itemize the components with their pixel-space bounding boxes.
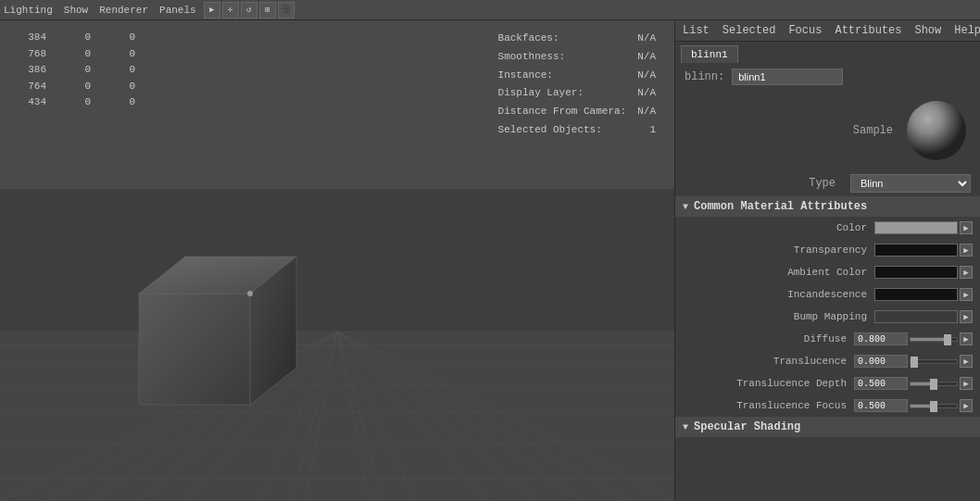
attr-label-translucence-focus: Translucence Focus — [683, 400, 854, 411]
obj-info-backfaces: Backfaces: N/A — [498, 30, 656, 48]
color-map-btn-color[interactable]: ▶ — [960, 221, 973, 234]
translucence-focus-value-input[interactable] — [854, 399, 908, 412]
color-map-btn-bump[interactable]: ▶ — [960, 310, 973, 323]
menu-renderer[interactable]: Renderer — [99, 5, 148, 16]
attr-control-incandescence: ▶ — [874, 288, 973, 301]
viewport[interactable]: 384 0 0 768 0 0 386 0 0 764 0 0 — [0, 20, 674, 501]
attr-row-incandescence: Incandescence ▶ — [675, 283, 980, 306]
section-title-common: Common Material Attributes — [694, 200, 867, 213]
translucence-depth-slider-thumb[interactable] — [930, 379, 937, 390]
attr-row-ambient: Ambient Color ▶ — [675, 261, 980, 283]
toolbar-icon-move[interactable]: ✛ — [222, 2, 239, 19]
toolbar-menus: Lighting Show Renderer Panels — [4, 5, 196, 16]
attr-control-ambient: ▶ — [874, 266, 973, 279]
sample-label: Sample — [853, 124, 893, 137]
toolbar-icon-rotate[interactable]: ↺ — [241, 2, 258, 19]
svg-point-28 — [247, 291, 253, 296]
attr-label-color: Color — [683, 222, 874, 233]
translucence-slider[interactable] — [910, 359, 958, 364]
attr-label-incandescence: Incandescence — [683, 289, 874, 300]
attr-control-translucence: ▶ — [854, 355, 973, 368]
attr-control-transparency: ▶ — [874, 244, 973, 257]
stats-r4-c2: 0 — [54, 79, 91, 95]
diffuse-slider[interactable] — [910, 337, 958, 342]
type-label: Type — [809, 177, 836, 190]
diffuse-slider-thumb[interactable] — [944, 334, 951, 345]
attr-row-bump: Bump Mapping ▶ — [675, 306, 980, 328]
stats-row-3: 386 0 0 — [9, 62, 135, 79]
obj-info-distcamera: Distance From Camera: N/A — [498, 103, 656, 121]
cube-svg — [111, 219, 306, 423]
diffuse-map-btn[interactable]: ▶ — [960, 332, 973, 345]
stats-row-4: 764 0 0 — [9, 79, 135, 95]
toolbar-icon-scale[interactable]: ⊞ — [259, 2, 276, 19]
attr-label-ambient: Ambient Color — [683, 267, 874, 278]
menu-lighting[interactable]: Lighting — [4, 5, 53, 16]
stats-r3-c2: 0 — [54, 62, 91, 79]
stats-r2-c2: 0 — [54, 46, 91, 63]
section-header-common[interactable]: ▼ Common Material Attributes — [675, 196, 980, 217]
translucence-depth-value-input[interactable] — [854, 377, 908, 390]
toolbar-icon-select[interactable]: ▶ — [204, 2, 220, 19]
rpanel-menu-attributes[interactable]: Attributes — [835, 24, 901, 37]
rpanel-menu-focus[interactable]: Focus — [788, 24, 822, 37]
toolbar-icon-camera[interactable]: 🎥 — [278, 2, 295, 19]
tab-blinn1[interactable]: blinn1 — [681, 45, 738, 63]
translucence-slider-thumb[interactable] — [911, 357, 918, 368]
stats-r1-c1: 384 — [9, 30, 46, 46]
attr-label-bump: Bump Mapping — [683, 311, 874, 322]
color-map-btn-ambient[interactable]: ▶ — [960, 266, 973, 279]
attr-control-bump: ▶ — [874, 310, 973, 323]
rpanel-menu-show[interactable]: Show — [914, 24, 941, 37]
attr-row-translucence-depth: Translucence Depth ▶ — [675, 372, 980, 395]
stats-r1-c3: 0 — [98, 30, 135, 46]
attr-control-translucence-focus: ▶ — [854, 399, 973, 412]
material-name-input[interactable] — [732, 69, 843, 85]
attr-label-diffuse: Diffuse — [683, 333, 854, 344]
rpanel-menu-selected[interactable]: Selected — [722, 24, 776, 37]
stats-r4-c3: 0 — [98, 79, 135, 95]
type-select[interactable]: Blinn — [850, 174, 971, 193]
section-arrow-specular: ▼ — [683, 422, 688, 432]
color-swatch-transparency[interactable] — [874, 244, 958, 257]
attr-label-transparency: Transparency — [683, 244, 874, 256]
translucence-focus-slider[interactable] — [910, 404, 958, 408]
attr-row-translucence-focus: Translucence Focus ▶ — [675, 395, 980, 417]
section-title-specular: Specular Shading — [694, 420, 800, 433]
translucence-depth-map-btn[interactable]: ▶ — [960, 377, 973, 390]
color-swatch-incandescence[interactable] — [874, 288, 958, 301]
color-map-btn-transparency[interactable]: ▶ — [960, 244, 973, 257]
attr-control-diffuse: ▶ — [854, 332, 973, 345]
color-swatch-bump[interactable] — [874, 310, 958, 323]
menu-show[interactable]: Show — [64, 5, 88, 16]
stats-r2-c3: 0 — [98, 46, 135, 63]
color-swatch-color[interactable] — [874, 221, 958, 234]
stats-r5-c3: 0 — [98, 94, 135, 111]
svg-marker-25 — [139, 294, 250, 405]
color-swatch-ambient[interactable] — [874, 266, 958, 279]
section-arrow-common: ▼ — [683, 202, 688, 212]
menu-panels[interactable]: Panels — [159, 5, 196, 16]
attr-label-translucence-depth: Translucence Depth — [683, 378, 854, 389]
diffuse-value-input[interactable] — [854, 332, 908, 345]
translucence-depth-slider[interactable] — [910, 382, 958, 386]
translucence-focus-map-btn[interactable]: ▶ — [960, 399, 973, 412]
attr-row-translucence: Translucence ▶ — [675, 350, 980, 372]
translucence-focus-slider-thumb[interactable] — [930, 401, 937, 412]
translucence-value-input[interactable] — [854, 355, 908, 368]
right-panel: List Selected Focus Attributes Show Help… — [674, 20, 980, 501]
material-name-row: blinn: — [675, 63, 980, 91]
translucence-map-btn[interactable]: ▶ — [960, 355, 973, 368]
attr-row-color: Color ▶ — [675, 217, 980, 239]
stats-r2-c1: 768 — [9, 46, 46, 63]
material-name-label: blinn: — [685, 70, 724, 83]
section-header-specular[interactable]: ▼ Specular Shading — [675, 417, 980, 437]
color-map-btn-incandescence[interactable]: ▶ — [960, 288, 973, 301]
stats-r3-c3: 0 — [98, 62, 135, 79]
attr-label-translucence: Translucence — [683, 356, 854, 367]
cube-3d — [111, 219, 306, 427]
rpanel-menu-list[interactable]: List — [683, 24, 710, 37]
rpanel-menu-help[interactable]: Help — [954, 24, 980, 37]
obj-info-smoothness: Smoothness: N/A — [498, 48, 656, 67]
sample-area: Sample — [675, 91, 980, 170]
